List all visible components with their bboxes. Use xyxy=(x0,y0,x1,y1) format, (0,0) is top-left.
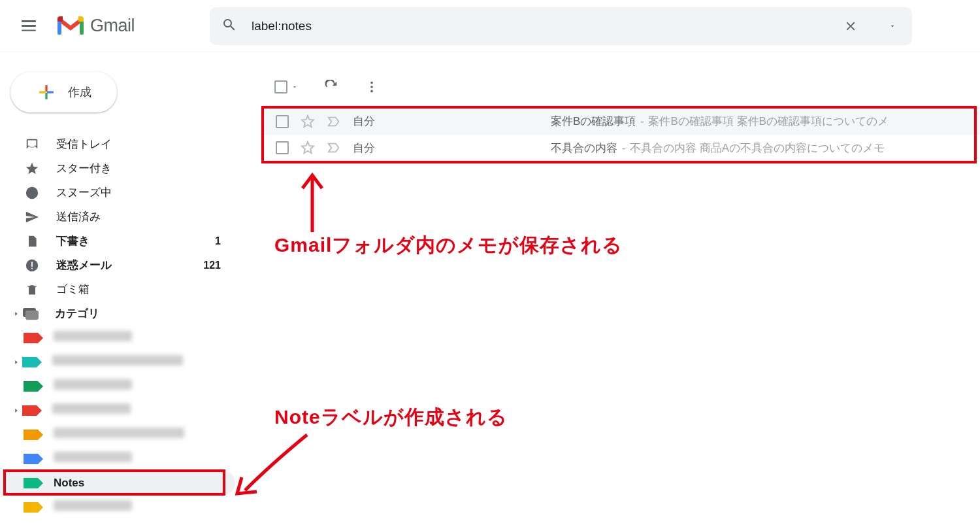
nav-label: 下書き xyxy=(56,233,90,248)
label-icon xyxy=(24,381,38,392)
nav-count: 1 xyxy=(215,235,221,247)
expand-caret-icon[interactable] xyxy=(10,359,22,365)
caret-down-icon[interactable] xyxy=(291,84,298,90)
nav-inbox[interactable]: 受信トレイ xyxy=(0,132,235,156)
category-icon xyxy=(22,308,39,320)
label-icon xyxy=(24,454,38,464)
gmail-logo-text: Gmail xyxy=(90,16,135,36)
nav-count: 121 xyxy=(203,260,221,271)
blurred-label xyxy=(54,379,132,390)
nav-list: 受信トレイ スター付き スヌーズ中 送信済み 下書き 1 xyxy=(0,132,235,519)
mail-subject: 案件Bの確認事項 xyxy=(551,115,636,127)
hamburger-icon xyxy=(22,25,36,27)
nav-label-blurred-5[interactable] xyxy=(0,422,235,447)
more-button[interactable] xyxy=(365,80,379,94)
star-icon xyxy=(24,161,41,176)
star-outline-icon[interactable] xyxy=(301,114,315,129)
clear-search-icon[interactable] xyxy=(843,18,858,34)
nav-trash[interactable]: ゴミ箱 xyxy=(0,277,235,301)
refresh-button[interactable] xyxy=(324,80,338,94)
label-icon xyxy=(22,357,37,367)
mail-row[interactable]: 自分 案件Bの確認事項 - 案件Bの確認事項 案件Bの確認事項についてのメ xyxy=(261,108,980,135)
annotation-text: Noteラベルが作成される xyxy=(274,404,508,431)
svg-rect-2 xyxy=(45,85,47,92)
compose-label: 作成 xyxy=(68,84,91,100)
mail-snippet: 案件Bの確認事項 案件Bの確認事項についてのメ xyxy=(648,115,888,127)
svg-rect-8 xyxy=(31,267,33,269)
nav-label: スヌーズ中 xyxy=(56,185,112,200)
more-vert-icon xyxy=(365,80,379,94)
nav-label-blurred-2[interactable] xyxy=(0,350,235,374)
blurred-label xyxy=(54,428,184,438)
nav-snoozed[interactable]: スヌーズ中 xyxy=(0,180,235,205)
inbox-icon xyxy=(24,137,41,152)
select-all-checkbox[interactable] xyxy=(274,80,298,93)
mail-toolbar xyxy=(261,65,980,108)
file-icon xyxy=(24,234,41,248)
search-input[interactable] xyxy=(252,19,843,33)
blurred-label xyxy=(54,331,132,341)
clock-icon xyxy=(24,186,41,200)
row-checkbox[interactable] xyxy=(276,141,289,154)
svg-rect-4 xyxy=(39,91,46,93)
search-bar[interactable] xyxy=(210,7,912,45)
annotation-arrow-icon xyxy=(232,428,317,507)
search-icon[interactable] xyxy=(221,17,237,35)
importance-icon[interactable] xyxy=(327,141,341,155)
search-options-icon[interactable] xyxy=(885,18,900,34)
blurred-label xyxy=(54,452,132,462)
label-icon xyxy=(24,478,38,488)
mail-row[interactable]: 自分 不具合の内容 - 不具合の内容 商品Aの不具合の内容についてのメモ xyxy=(261,135,980,161)
svg-point-13 xyxy=(370,90,373,92)
plus-icon xyxy=(37,82,56,102)
nav-label: スター付き xyxy=(56,161,112,176)
gmail-logo[interactable]: Gmail xyxy=(57,16,135,36)
svg-point-11 xyxy=(370,81,373,84)
mail-snippet: 不具合の内容 商品Aの不具合の内容についてのメモ xyxy=(630,142,885,154)
nav-label-blurred-3[interactable] xyxy=(0,374,235,398)
row-checkbox[interactable] xyxy=(276,115,289,128)
mail-sender: 自分 xyxy=(353,114,539,129)
star-outline-icon[interactable] xyxy=(301,141,315,155)
label-icon xyxy=(24,502,38,513)
main-menu-button[interactable] xyxy=(13,10,44,42)
nav-sent[interactable]: 送信済み xyxy=(0,205,235,229)
trash-icon xyxy=(24,282,41,297)
label-icon xyxy=(24,430,38,440)
compose-button[interactable]: 作成 xyxy=(10,72,117,112)
gmail-logo-icon xyxy=(57,16,84,36)
refresh-icon xyxy=(324,80,338,94)
mail-list: 自分 案件Bの確認事項 - 案件Bの確認事項 案件Bの確認事項についてのメ 自分… xyxy=(261,108,980,161)
nav-label: Notes xyxy=(54,477,84,490)
mail-subject: 不具合の内容 xyxy=(551,142,617,154)
annotation-arrow-icon xyxy=(299,170,325,235)
importance-icon[interactable] xyxy=(327,114,341,129)
nav-label: 送信済み xyxy=(56,209,101,224)
mail-sender: 自分 xyxy=(353,141,539,156)
nav-label-blurred-1[interactable] xyxy=(0,326,235,350)
nav-label: 迷惑メール xyxy=(56,258,112,273)
nav-label: ゴミ箱 xyxy=(56,282,90,297)
svg-rect-5 xyxy=(46,91,53,93)
nav-label: 受信トレイ xyxy=(56,137,112,152)
blurred-label xyxy=(52,403,131,414)
label-icon xyxy=(24,333,38,343)
main-pane: 自分 案件Bの確認事項 - 案件Bの確認事項 案件Bの確認事項についてのメ 自分… xyxy=(261,65,980,161)
svg-rect-10 xyxy=(25,311,39,320)
svg-point-12 xyxy=(370,86,373,88)
nav-label-notes[interactable]: Notes xyxy=(0,471,235,495)
spam-icon xyxy=(24,258,41,273)
nav-spam[interactable]: 迷惑メール 121 xyxy=(0,253,235,277)
nav-drafts[interactable]: 下書き 1 xyxy=(0,229,235,253)
nav-label-blurred-7[interactable] xyxy=(0,495,235,519)
svg-rect-3 xyxy=(45,93,47,99)
sidebar: 作成 受信トレイ スター付き スヌーズ中 送信済み xyxy=(0,65,235,519)
nav-label-blurred-6[interactable] xyxy=(0,447,235,471)
nav-label-blurred-4[interactable] xyxy=(0,398,235,422)
svg-rect-7 xyxy=(31,262,33,266)
expand-caret-icon[interactable] xyxy=(10,311,22,317)
nav-starred[interactable]: スター付き xyxy=(0,156,235,180)
expand-caret-icon[interactable] xyxy=(10,407,22,414)
annotation-text: Gmailフォルダ内のメモが保存される xyxy=(274,232,623,259)
nav-categories[interactable]: カテゴリ xyxy=(0,301,235,326)
